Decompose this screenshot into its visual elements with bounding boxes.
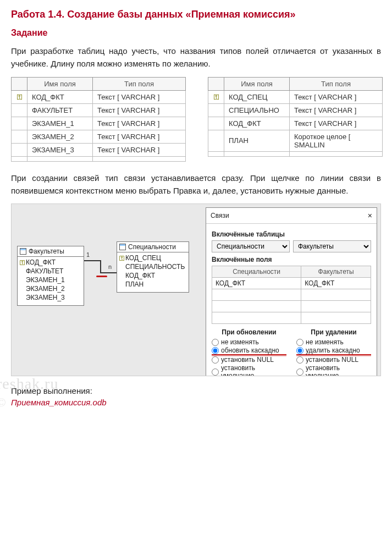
combo-table-right[interactable]: Факультеты <box>293 240 371 252</box>
cardinality-many: n <box>108 263 112 270</box>
field-name[interactable]: КОД_ФКТ <box>27 90 93 103</box>
field-name[interactable]: ФАКУЛЬТЕТ <box>27 103 93 117</box>
field-name[interactable]: ЭКЗАМЕН_3 <box>27 143 93 156</box>
radio-no-change[interactable]: не изменять <box>212 338 286 346</box>
paragraph-1: При разработке таблиц надо учесть, что н… <box>11 45 381 70</box>
on-update-group: При обновлении не изменять обновить каск… <box>212 328 286 376</box>
relations-diagram: Факультеты ⚿КОД_ФКТ ФАКУЛЬТЕТ ЭКЗАМЕН_1 … <box>15 207 202 372</box>
field-type[interactable]: Короткое целое [ SMALLIN <box>290 130 383 151</box>
key-icon: ⚿ <box>20 260 24 266</box>
relations-screenshot: Факультеты ⚿КОД_ФКТ ФАКУЛЬТЕТ ЭКЗАМЕН_1 … <box>11 204 381 376</box>
fields-col-left: Специальности <box>212 266 301 278</box>
table-faculties-design: Имя поля Тип поля ⚿КОД_ФКТТекст [ VARCHA… <box>11 77 186 162</box>
combo-table-left[interactable]: Специальности <box>212 240 290 252</box>
radio-set-null[interactable]: установить NULL <box>296 356 371 364</box>
key-icon: ⚿ <box>12 90 27 103</box>
entity-field: ЭКЗАМЕН_2 <box>26 285 65 293</box>
page-title: Работа 1.4. Создание базы данных «Приемн… <box>11 9 381 20</box>
included-fields-table: Специальности Факультеты КОД_ФКТ КОД_ФКТ <box>212 266 371 324</box>
example-label: Пример выполнения: <box>11 386 381 395</box>
entity-field: ФАКУЛЬТЕТ <box>26 267 63 275</box>
paragraph-2: При создании связей тип связи устанавлив… <box>11 172 381 197</box>
entity-title: Специальности <box>128 243 176 251</box>
table-icon <box>20 248 26 255</box>
field-name[interactable]: КОД_СПЕЦ <box>224 90 290 103</box>
cardinality-one: 1 <box>86 251 90 258</box>
field-name[interactable]: ЭКЗАМЕН_1 <box>27 117 93 130</box>
field-name[interactable]: ПЛАН <box>224 130 290 151</box>
entity-field: ПЛАН <box>125 280 143 288</box>
field-type[interactable]: Текст [ VARCHAR ] <box>290 117 383 130</box>
entity-field: КОД_ФКТ <box>125 272 155 279</box>
entity-faculties[interactable]: Факультеты ⚿КОД_ФКТ ФАКУЛЬТЕТ ЭКЗАМЕН_1 … <box>17 246 84 306</box>
field-cell[interactable]: КОД_ФКТ <box>301 278 371 289</box>
radio-update-cascade[interactable]: обновить каскадно <box>212 346 286 355</box>
field-type[interactable]: Текст [ VARCHAR ] <box>290 103 383 117</box>
field-name[interactable]: КОД_ФКТ <box>224 117 290 130</box>
field-type[interactable]: Текст [ VARCHAR ] <box>93 103 186 117</box>
radio-set-default[interactable]: установить умолчание <box>296 364 371 376</box>
on-delete-heading: При удалении <box>296 328 371 336</box>
col-name: Имя поля <box>27 77 93 90</box>
field-type[interactable]: Текст [ VARCHAR ] <box>93 117 186 130</box>
col-key <box>208 77 224 90</box>
field-type[interactable]: Текст [ VARCHAR ] <box>93 90 186 103</box>
col-type: Тип поля <box>93 77 186 90</box>
field-cell[interactable]: КОД_ФКТ <box>212 278 301 289</box>
entity-field: ЭКЗАМЕН_3 <box>26 294 65 301</box>
entity-title: Факультеты <box>29 248 64 255</box>
entity-specialties[interactable]: Специальности ⚿КОД_СПЕЦ СПЕЦИАЛЬНОСТЬ КО… <box>117 241 189 293</box>
relations-dialog: Связи × Включённые таблицы Специальности… <box>206 207 377 376</box>
field-type[interactable]: Текст [ VARCHAR ] <box>290 90 383 103</box>
section-included-fields: Включённые поля <box>212 256 371 263</box>
section-heading: Задание <box>11 28 381 38</box>
on-update-heading: При обновлении <box>212 328 286 336</box>
col-name: Имя поля <box>224 77 290 90</box>
dialog-title: Связи <box>211 212 229 219</box>
relation-line[interactable] <box>84 260 101 261</box>
key-icon: ⚿ <box>119 255 124 261</box>
table-icon <box>119 244 126 250</box>
relation-line[interactable] <box>100 272 117 273</box>
radio-set-null[interactable]: установить NULL <box>212 356 286 364</box>
field-type[interactable]: Текст [ VARCHAR ] <box>93 130 186 143</box>
key-icon: ⚿ <box>208 90 224 103</box>
table-specialties-design: Имя поля Тип поля ⚿КОД_СПЕЦТекст [ VARCH… <box>208 77 383 162</box>
col-key <box>12 77 27 90</box>
entity-field: СПЕЦИАЛЬНОСТЬ <box>125 263 185 271</box>
radio-set-default[interactable]: установить умолчание <box>212 364 286 376</box>
field-tables-row: Имя поля Тип поля ⚿КОД_ФКТТекст [ VARCHA… <box>11 77 381 162</box>
field-name[interactable]: СПЕЦИАЛЬНО <box>224 103 290 117</box>
radio-no-change[interactable]: не изменять <box>296 338 371 346</box>
section-included-tables: Включённые таблицы <box>212 230 371 238</box>
fields-col-right: Факультеты <box>301 266 371 278</box>
highlight-mark <box>96 276 107 277</box>
field-name[interactable]: ЭКЗАМЕН_2 <box>27 130 93 143</box>
close-icon[interactable]: × <box>368 211 372 220</box>
on-delete-group: При удалении не изменять удалить каскадн… <box>296 328 371 376</box>
entity-field: КОД_ФКТ <box>26 258 56 266</box>
col-type: Тип поля <box>290 77 383 90</box>
example-file-link[interactable]: Приемная_комиссия.odb <box>11 398 107 407</box>
entity-field: КОД_СПЕЦ <box>125 254 161 262</box>
field-type[interactable]: Текст [ VARCHAR ] <box>93 143 186 156</box>
radio-delete-cascade[interactable]: удалить каскадно <box>296 346 371 355</box>
entity-field: ЭКЗАМЕН_1 <box>26 276 65 284</box>
relation-line[interactable] <box>100 260 101 272</box>
